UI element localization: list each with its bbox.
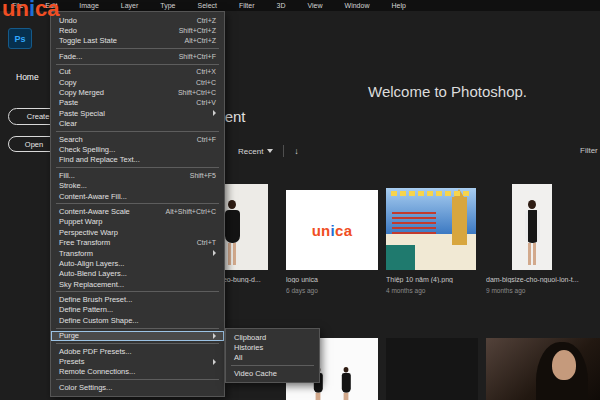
menubar-item-filter[interactable]: Filter xyxy=(239,2,277,9)
menu-item-label: Color Settings... xyxy=(59,383,216,392)
photoshop-app-icon[interactable]: Ps xyxy=(8,28,32,49)
edit-menu-item-puppet-warp[interactable]: Puppet Warp xyxy=(51,217,224,227)
edit-menu-item-transform[interactable]: Transform xyxy=(51,248,224,258)
purge-submenu-item-video-cache[interactable]: Video Cache xyxy=(226,368,319,378)
edit-menu-item-fade[interactable]: Fade...Shift+Ctrl+F xyxy=(51,51,224,61)
file-thumbnail xyxy=(386,338,478,400)
recent-file-card[interactable]: Thiệp 10 năm (4).png4 months ago xyxy=(386,180,482,294)
art-fig xyxy=(339,367,353,400)
menu-shortcut: Ctrl+C xyxy=(196,79,216,86)
edit-menu-item-cut[interactable]: CutCtrl+X xyxy=(51,67,224,77)
edit-menu-item-clear[interactable]: Clear xyxy=(51,119,224,129)
menu-shortcut: Shift+F5 xyxy=(190,172,216,179)
recent-file-card[interactable] xyxy=(386,338,478,400)
menu-separator xyxy=(56,167,219,168)
menubar-item-3d[interactable]: 3D xyxy=(277,2,308,9)
edit-menu-item-copy[interactable]: CopyCtrl+C xyxy=(51,77,224,87)
menu-shortcut: Ctrl+V xyxy=(196,99,216,106)
edit-menu-item-copy-merged[interactable]: Copy MergedShift+Ctrl+C xyxy=(51,87,224,97)
menubar-item-view[interactable]: View xyxy=(308,2,345,9)
purge-submenu-item-histories[interactable]: Histories xyxy=(226,342,319,352)
edit-menu-item-perspective-warp[interactable]: Perspective Warp xyxy=(51,227,224,237)
art-head xyxy=(344,367,349,372)
menu-item-label: Toggle Last State xyxy=(59,36,176,45)
purge-submenu-item-all[interactable]: All xyxy=(226,353,319,363)
menu-item-label: Perspective Warp xyxy=(59,228,216,237)
menu-item-label: Clear xyxy=(59,119,216,128)
art-cu-face xyxy=(552,350,576,380)
menu-item-label: Content-Aware Scale xyxy=(59,207,158,216)
edit-menu-item-undo[interactable]: UndoCtrl+Z xyxy=(51,15,224,25)
recent-file-card[interactable] xyxy=(486,338,600,400)
menu-item-label: Clipboard xyxy=(234,333,311,342)
sidebar-item-home[interactable]: Home xyxy=(16,72,39,82)
edit-menu-item-define-pattern[interactable]: Define Pattern... xyxy=(51,305,224,315)
art-dress xyxy=(225,210,240,243)
edit-menu-item-define-brush-preset[interactable]: Define Brush Preset... xyxy=(51,294,224,304)
edit-menu-item-adobe-pdf-presets[interactable]: Adobe PDF Presets... xyxy=(51,346,224,356)
edit-menu-item-auto-align-layers[interactable]: Auto-Align Layers... xyxy=(51,258,224,268)
edit-menu-item-auto-blend-layers[interactable]: Auto-Blend Layers... xyxy=(51,269,224,279)
file-date: 9 months ago xyxy=(486,287,582,294)
menu-separator xyxy=(56,291,219,292)
menubar-item-help[interactable]: Help xyxy=(391,2,427,9)
menubar-item-layer[interactable]: Layer xyxy=(121,2,161,9)
menubar-item-image[interactable]: Image xyxy=(79,2,120,9)
menu-item-label: Video Cache xyxy=(234,369,311,378)
edit-menu-item-presets[interactable]: Presets xyxy=(51,356,224,366)
edit-menu-item-fill[interactable]: Fill...Shift+F5 xyxy=(51,170,224,180)
edit-menu-item-color-settings[interactable]: Color Settings... xyxy=(51,382,224,392)
edit-menu-item-free-transform[interactable]: Free TransformCtrl+T xyxy=(51,237,224,247)
menu-item-label: Auto-Blend Layers... xyxy=(59,269,216,278)
menu-item-label: All xyxy=(234,353,311,362)
recent-file-card[interactable]: dam-bigsize-cho-nguoi-lon-t...9 months a… xyxy=(486,180,582,294)
sort-direction-icon[interactable]: ↓ xyxy=(294,146,299,156)
edit-menu-item-define-custom-shape[interactable]: Define Custom Shape... xyxy=(51,315,224,325)
menubar-item-type[interactable]: Type xyxy=(160,2,197,9)
menu-shortcut: Ctrl+X xyxy=(196,68,216,75)
edit-menu-item-sky-replacement[interactable]: Sky Replacement... xyxy=(51,279,224,289)
edit-menu-item-redo[interactable]: RedoShift+Ctrl+Z xyxy=(51,25,224,35)
edit-menu-item-check-spelling[interactable]: Check Spelling... xyxy=(51,144,224,154)
menu-item-label: Puppet Warp xyxy=(59,217,216,226)
edit-menu-item-find-and-replace-text[interactable]: Find and Replace Text... xyxy=(51,155,224,165)
sort-dropdown[interactable]: Recent xyxy=(238,147,263,156)
thumbnail-wrap xyxy=(386,180,482,270)
filter-input[interactable]: Filter xyxy=(580,146,598,155)
menu-separator xyxy=(231,365,314,366)
chevron-down-icon[interactable] xyxy=(267,149,273,153)
submenu-arrow-icon xyxy=(213,333,216,339)
art-head xyxy=(528,200,536,209)
art-dress xyxy=(342,373,351,393)
menu-separator xyxy=(56,131,219,132)
menu-shortcut: Ctrl+F xyxy=(197,136,216,143)
menubar-item-window[interactable]: Window xyxy=(345,2,392,9)
file-thumbnail xyxy=(386,188,476,270)
edit-menu-item-search[interactable]: SearchCtrl+F xyxy=(51,134,224,144)
menu-item-label: Define Pattern... xyxy=(59,305,216,314)
recent-file-card[interactable]: unicalogo unica6 days ago xyxy=(286,180,382,294)
art-dress xyxy=(525,210,540,243)
menu-item-label: Define Custom Shape... xyxy=(59,316,216,325)
art-gc-tower xyxy=(452,197,467,245)
menubar-item-select[interactable]: Select xyxy=(198,2,239,9)
edit-menu-item-remote-connections[interactable]: Remote Connections... xyxy=(51,367,224,377)
edit-menu-item-paste[interactable]: PasteCtrl+V xyxy=(51,98,224,108)
photoshop-window: FileEditImageLayerTypeSelectFilter3DView… xyxy=(0,0,600,400)
file-thumbnail xyxy=(512,184,552,270)
menu-bar: FileEditImageLayerTypeSelectFilter3DView… xyxy=(0,0,600,11)
art-legs xyxy=(228,243,236,265)
edit-menu-item-purge[interactable]: Purge xyxy=(51,331,224,341)
purge-submenu: ClipboardHistoriesAllVideo Cache xyxy=(225,328,320,383)
edit-menu-item-stroke[interactable]: Stroke... xyxy=(51,180,224,190)
menu-separator xyxy=(56,343,219,344)
menu-item-label: Cut xyxy=(59,67,188,76)
edit-menu-item-toggle-last-state[interactable]: Toggle Last StateAlt+Ctrl+Z xyxy=(51,36,224,46)
edit-menu-item-content-aware-scale[interactable]: Content-Aware ScaleAlt+Shift+Ctrl+C xyxy=(51,206,224,216)
edit-menu-item-content-aware-fill[interactable]: Content-Aware Fill... xyxy=(51,191,224,201)
menu-separator xyxy=(56,48,219,49)
file-thumbnail xyxy=(486,338,600,400)
edit-menu-item-paste-special[interactable]: Paste Special xyxy=(51,108,224,118)
thumbnail-wrap: unica xyxy=(286,180,382,270)
purge-submenu-item-clipboard[interactable]: Clipboard xyxy=(226,332,319,342)
